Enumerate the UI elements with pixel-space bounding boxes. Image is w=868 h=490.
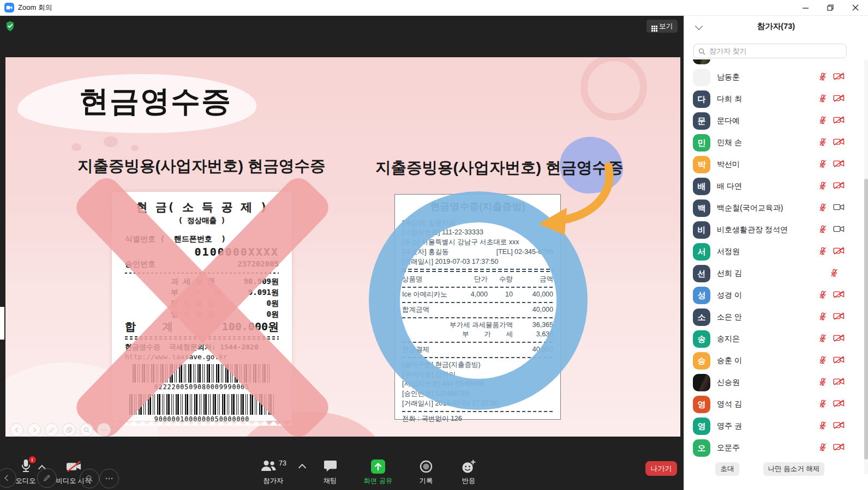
video-status-icon xyxy=(833,137,845,148)
participant-name: 성경 이 xyxy=(717,291,742,300)
participant-row[interactable]: 민 민채 손 xyxy=(684,132,864,154)
participant-row[interactable]: 성 성경 이 xyxy=(684,285,864,306)
slide-title: 현금영수증 xyxy=(79,82,232,122)
participants-panel: 참가자(73) xyxy=(684,15,868,490)
participant-row[interactable]: 오 오문주 xyxy=(684,437,864,459)
avatar-initial: 다 xyxy=(698,94,706,105)
audio-label: 오디오 xyxy=(16,476,36,486)
meeting-area: 보기 현금영수증 지출증빙용(사업자번호) 현금영수증 지출증빙용(사업자번호)… xyxy=(0,15,684,490)
video-status-icon xyxy=(833,355,845,366)
participant-name: 선희 김 xyxy=(717,269,742,279)
scrollbar-thumb[interactable] xyxy=(864,179,868,459)
avatar: 성 xyxy=(693,287,710,304)
annotate-zoom-icon[interactable] xyxy=(80,469,99,488)
avatar: 백 xyxy=(693,199,710,217)
participant-row[interactable]: 비 비호생활관장 정석연 xyxy=(684,219,864,241)
invite-button[interactable]: 초대 xyxy=(715,462,739,476)
record-button[interactable]: 기록 xyxy=(415,459,437,486)
video-status-icon xyxy=(833,203,845,214)
record-label: 기록 xyxy=(420,476,433,486)
panel-scrollbar xyxy=(864,60,868,474)
more-icon[interactable] xyxy=(97,423,111,437)
participant-row[interactable]: 문 문다예 xyxy=(684,110,864,132)
avatar-initial: 승 xyxy=(698,356,706,366)
mic-muted-icon xyxy=(818,116,827,127)
participants-caret-icon[interactable] xyxy=(298,464,306,471)
video-status-icon xyxy=(833,443,845,453)
phone-line: 전화 : 국번없이 126 xyxy=(402,414,553,424)
pen-icon[interactable] xyxy=(45,423,58,437)
annotate-more-icon[interactable] xyxy=(99,469,119,488)
participant-row[interactable]: 배 배 다연 xyxy=(684,176,864,197)
audio-button[interactable]: ! 오디오 xyxy=(12,458,39,486)
video-status-icon xyxy=(833,377,845,388)
tax-value: 0원 xyxy=(267,308,279,319)
participant-name: 남동훈 xyxy=(717,72,740,82)
participant-row[interactable]: 선 선희 김 xyxy=(684,263,864,285)
shared-slide: 현금영수증 지출증빙용(사업자번호) 현금영수증 지출증빙용(사업자번호) 현금… xyxy=(5,57,680,437)
participant-row[interactable]: 서 서정원 xyxy=(684,241,864,263)
avatar-initial: 비 xyxy=(698,225,706,235)
avatar: 박 xyxy=(693,156,710,173)
mic-muted-icon xyxy=(818,443,827,454)
window-title: Zoom 회의 xyxy=(18,3,52,13)
participant-name: 승훈 이 xyxy=(717,356,742,366)
video-status-icon xyxy=(833,225,845,235)
participant-row[interactable]: 신승원 xyxy=(684,372,864,394)
participant-row[interactable] xyxy=(684,59,864,66)
avatar-initial: 박 xyxy=(698,160,706,170)
slides-icon[interactable] xyxy=(62,423,76,437)
participant-row[interactable]: 남동훈 xyxy=(684,66,864,88)
avatar-initial: 소 xyxy=(698,312,706,323)
slide-controls xyxy=(10,423,111,437)
window-controls xyxy=(793,0,868,15)
mic-muted-icon xyxy=(818,399,827,410)
participant-row[interactable]: 소 소은 안 xyxy=(684,306,864,328)
leave-button[interactable]: 나가기 xyxy=(645,461,677,476)
participant-name: 서정원 xyxy=(717,247,740,257)
participant-row[interactable]: 박 박선미 xyxy=(684,154,864,176)
participants-count: 73 xyxy=(279,459,286,467)
audio-alert-badge: ! xyxy=(29,456,36,463)
view-button[interactable]: 보기 xyxy=(646,20,678,33)
zoom-icon[interactable] xyxy=(80,423,93,437)
zoom-app-icon xyxy=(4,3,14,13)
reactions-button[interactable]: 반응 xyxy=(458,459,480,486)
participant-row[interactable]: 영 영석 김 xyxy=(684,394,864,415)
security-shield-icon[interactable] xyxy=(5,21,15,34)
participants-button[interactable]: 73 참가자 xyxy=(260,459,286,486)
reactions-icon xyxy=(461,459,476,474)
avatar: 민 xyxy=(693,134,710,152)
avatar: 문 xyxy=(693,112,710,130)
next-slide-icon[interactable] xyxy=(27,423,41,437)
participant-name: 배 다연 xyxy=(717,182,742,191)
avatar xyxy=(693,59,710,64)
avatar-initial: 오 xyxy=(698,443,706,453)
video-status-icon xyxy=(833,181,845,192)
participants-label: 참가자 xyxy=(264,476,284,486)
minimize-icon[interactable] xyxy=(793,0,818,15)
participant-row[interactable]: 다 다희 최 xyxy=(684,88,864,110)
participant-row[interactable]: 승 승훈 이 xyxy=(684,350,864,372)
chat-button[interactable]: 채팅 xyxy=(319,459,341,486)
edge-sliver xyxy=(0,307,4,340)
mic-muted-icon xyxy=(830,268,839,280)
restore-icon[interactable] xyxy=(818,0,843,15)
annotate-pen-icon[interactable] xyxy=(37,468,57,488)
prev-slide-icon[interactable] xyxy=(10,423,23,437)
share-screen-button[interactable]: 화면 공유 xyxy=(361,459,395,486)
decor-dot xyxy=(104,136,118,147)
participant-search-input[interactable] xyxy=(693,44,847,58)
participant-row[interactable]: 백 백순철(국어교육과) xyxy=(684,197,864,219)
participant-row[interactable]: 영 영주 권 xyxy=(684,415,864,437)
mic-muted-icon xyxy=(818,159,827,171)
unmute-self-button[interactable]: 나만 음소거 해제 xyxy=(763,462,824,476)
mic-muted-icon xyxy=(818,246,827,258)
video-status-icon xyxy=(833,159,845,170)
participant-name: 신승원 xyxy=(717,378,740,388)
participants-icon xyxy=(260,459,277,472)
view-button-label: 보기 xyxy=(659,22,673,31)
participant-row[interactable]: 송 송지은 xyxy=(684,328,864,350)
close-icon[interactable] xyxy=(843,0,868,15)
avatar xyxy=(693,69,710,86)
